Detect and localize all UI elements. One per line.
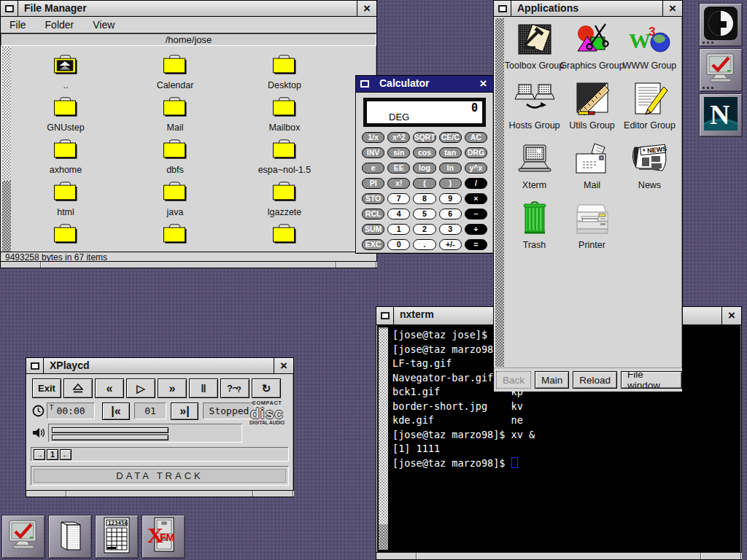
calc-key-x^2[interactable]: x^2 <box>387 132 410 143</box>
file-manager-scrollbar[interactable] <box>2 47 11 253</box>
folder-item[interactable]: dbfs <box>120 131 230 173</box>
previous-track-button[interactable]: |« <box>102 402 130 420</box>
calc-key-4[interactable]: 4 <box>387 209 410 219</box>
app-item-utils[interactable]: Utils Group <box>563 78 621 138</box>
calc-key-8[interactable]: 8 <box>413 193 436 204</box>
folder-item[interactable]: Mail <box>120 88 230 131</box>
app-item-www[interactable]: W3WWW Group <box>621 18 678 78</box>
clip-tile-calctile[interactable]: 123456 <box>95 515 139 559</box>
folder-item[interactable] <box>11 215 120 253</box>
pause-button[interactable]: ‖ <box>189 378 218 398</box>
close-icon[interactable]: × <box>662 1 682 16</box>
xplaycd-resize-bar[interactable] <box>26 490 293 497</box>
calc-key-6[interactable]: 6 <box>439 209 462 219</box>
volume-slider[interactable] <box>48 424 242 443</box>
folder-item[interactable]: GNUstep <box>11 88 120 131</box>
calc-key-−[interactable]: − <box>465 209 487 219</box>
app-item-news[interactable]: * NEWSNews <box>621 138 678 198</box>
calc-key-EE[interactable]: EE <box>387 163 410 174</box>
window-menu-button[interactable] <box>494 1 511 16</box>
window-menu-button[interactable] <box>1 1 18 16</box>
folder-item[interactable]: axhome <box>11 131 120 173</box>
calc-key-INV[interactable]: INV <box>362 147 384 158</box>
calc-key-RCL[interactable]: RCL <box>362 209 384 219</box>
calc-key-1[interactable]: 1 <box>387 224 410 235</box>
calc-key-([interactable]: ( <box>413 178 436 189</box>
menu-folder[interactable]: Folder <box>45 19 74 31</box>
app-item-xterm[interactable]: Xterm <box>506 138 563 198</box>
calc-key-SQRT[interactable]: SQRT <box>413 132 436 143</box>
selector-forward-button[interactable]: → <box>34 449 45 460</box>
main-button[interactable]: Main <box>535 371 569 389</box>
menu-file[interactable]: File <box>9 19 26 31</box>
calc-key-y^x[interactable]: y^x <box>465 163 487 174</box>
calc-key-0[interactable]: 0 <box>387 239 410 250</box>
calc-key-STO[interactable]: STO <box>362 193 384 204</box>
folder-item[interactable] <box>120 215 230 253</box>
folder-item[interactable]: html <box>11 173 120 215</box>
app-item-trash[interactable]: Trash <box>506 198 563 257</box>
calc-key-.[interactable]: . <box>413 239 436 250</box>
app-item-toolbox[interactable]: Toolbox Group <box>506 18 563 78</box>
calc-key-e[interactable]: e <box>362 163 384 174</box>
menu-view[interactable]: View <box>93 19 115 31</box>
window-menu-button[interactable] <box>376 307 394 324</box>
calc-key-3[interactable]: 3 <box>439 224 462 235</box>
xplaycd-titlebar[interactable]: XPlaycd × <box>26 358 293 374</box>
calc-key-1/x[interactable]: 1/x <box>362 132 384 143</box>
calc-key-/[interactable]: / <box>465 178 487 189</box>
file-manager-resize-bar[interactable] <box>1 261 376 268</box>
calc-key-)[interactable]: ) <box>439 178 462 189</box>
clip-tile-xfm[interactable]: XFM <box>142 515 185 559</box>
folder-item[interactable]: Calendar <box>120 46 230 88</box>
exit-button[interactable]: Exit <box>32 378 61 398</box>
folder-item[interactable]: .. <box>11 46 120 88</box>
calc-key-PI[interactable]: PI <box>362 178 384 189</box>
calc-key-AC[interactable]: AC <box>465 132 487 143</box>
terminal-scrollbar-thumb[interactable] <box>379 329 388 524</box>
selector-track-button[interactable]: 1 <box>47 449 58 460</box>
close-icon[interactable]: × <box>274 358 293 373</box>
folder-item[interactable]: lgazzete <box>230 173 339 215</box>
clip-tile-book[interactable] <box>48 515 92 559</box>
close-icon[interactable]: × <box>721 307 741 324</box>
file-manager-titlebar[interactable]: File Manager × <box>1 1 376 17</box>
selector-back-button[interactable]: ← <box>60 449 71 460</box>
file-manager-scrollbar-thumb[interactable] <box>2 47 11 181</box>
calc-key-+/-[interactable]: +/- <box>439 239 462 250</box>
play-button[interactable]: ▷ <box>126 378 155 398</box>
folder-item[interactable]: Desktop <box>230 46 339 88</box>
calc-key-log[interactable]: log <box>413 163 436 174</box>
terminal-scrollbar[interactable] <box>379 327 388 550</box>
app-item-graphics[interactable]: Graphics Group <box>563 18 621 78</box>
reload-button[interactable]: Reload <box>573 371 617 389</box>
folder-item[interactable]: java <box>120 173 230 215</box>
calc-key-DRG[interactable]: DRG <box>465 147 487 158</box>
dock-tile-netscape[interactable]: N <box>699 93 743 137</box>
window-menu-button[interactable] <box>356 76 374 92</box>
app-item-printer[interactable]: Printer <box>563 198 621 257</box>
applications-titlebar[interactable]: Applications × <box>494 1 682 17</box>
clip-tile-checkmon[interactable] <box>1 515 45 559</box>
scan-forward-button[interactable]: » <box>158 378 187 398</box>
calc-key-7[interactable]: 7 <box>387 193 410 204</box>
eject-button[interactable] <box>63 378 93 398</box>
calc-key-5[interactable]: 5 <box>413 209 436 219</box>
calc-key-2[interactable]: 2 <box>413 224 436 235</box>
scan-back-button[interactable]: « <box>95 378 124 398</box>
calc-key-sin[interactable]: sin <box>387 147 410 158</box>
calc-key-cos[interactable]: cos <box>413 147 436 158</box>
loop-button[interactable]: ↻ <box>252 378 281 398</box>
calc-key-x![interactable]: x! <box>387 178 410 189</box>
calc-key-ln[interactable]: ln <box>439 163 462 174</box>
dock-tile-wmaker[interactable] <box>699 3 743 47</box>
app-item-mail[interactable]: Mail <box>563 138 621 198</box>
calc-key-9[interactable]: 9 <box>439 193 462 204</box>
calc-key-SUM[interactable]: SUM <box>362 224 384 235</box>
folder-item[interactable]: espa~nol-1.5 <box>230 131 339 173</box>
close-icon[interactable]: × <box>357 1 376 16</box>
applications-scrollbar[interactable] <box>495 18 504 367</box>
calc-key-=[interactable]: = <box>465 239 487 250</box>
close-icon[interactable]: × <box>473 76 493 92</box>
calc-key-CE/C[interactable]: CE/C <box>439 132 462 143</box>
